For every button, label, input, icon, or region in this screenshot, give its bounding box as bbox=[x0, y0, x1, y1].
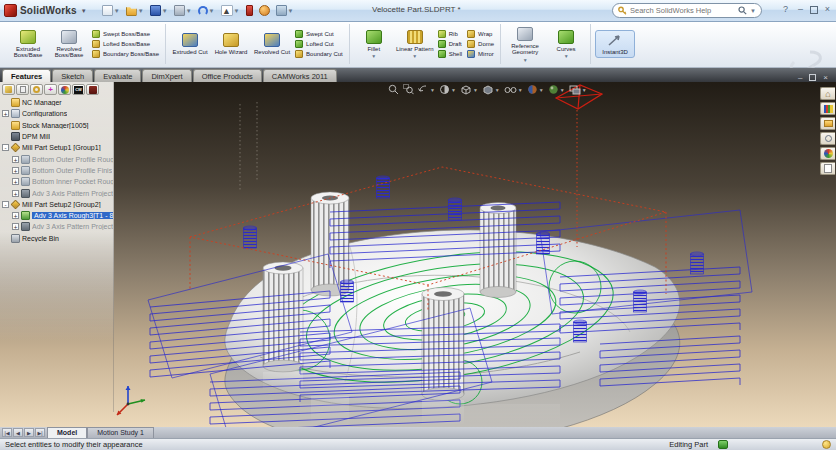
tree-item-adv-pattern-project1[interactable]: +Adv 3 Axis Pattern Project bbox=[0, 187, 113, 198]
tree-item-adv-3axis-rough3[interactable]: +Adv 3 Axis Rough3[T1 - 8 bbox=[0, 210, 113, 221]
search-tab[interactable] bbox=[820, 132, 835, 145]
extruded-boss-base-button[interactable]: Extruded Boss/Base bbox=[8, 28, 48, 61]
search-input[interactable] bbox=[630, 6, 735, 15]
tree-item-configurations[interactable]: +Configurations bbox=[0, 108, 113, 119]
open-button[interactable]: ▼ bbox=[124, 3, 146, 19]
tab-model[interactable]: Model bbox=[47, 427, 87, 438]
search-caret-icon[interactable]: ▼ bbox=[750, 8, 756, 14]
swept-cut-button[interactable]: Swept Cut bbox=[295, 30, 343, 38]
solidworks-menu[interactable]: SolidWorks ▼ bbox=[0, 4, 92, 17]
doc-minimize-button[interactable]: – bbox=[798, 73, 802, 82]
dome-button[interactable]: Dome bbox=[467, 40, 494, 48]
camworks-feature-tree-tab[interactable]: CW bbox=[72, 84, 85, 95]
boundary-boss-base-button[interactable]: Boundary Boss/Base bbox=[92, 50, 159, 58]
appearances-scenes-tab[interactable] bbox=[820, 147, 835, 160]
scroll-left-icon[interactable]: ◀ bbox=[13, 428, 23, 437]
tab-dimxpert[interactable]: DimXpert bbox=[142, 69, 191, 82]
tree-item-mill-setup1[interactable]: -Mill Part Setup1 [Group1] bbox=[0, 142, 113, 153]
camworks-status-icon[interactable] bbox=[718, 440, 728, 449]
tree-item-bottom-inner-rough[interactable]: +Bottom Inner Pocket Roug bbox=[0, 176, 113, 187]
wrap-button[interactable]: Wrap bbox=[467, 30, 494, 38]
save-button[interactable]: ▼ bbox=[148, 3, 170, 19]
display-style-button[interactable]: ▼ bbox=[482, 83, 500, 96]
revolved-cut-button[interactable]: Revolved Cut bbox=[252, 31, 292, 58]
color-ball-icon bbox=[61, 86, 69, 94]
lofted-boss-base-button[interactable]: Lofted Boss/Base bbox=[92, 40, 159, 48]
scroll-last-icon[interactable]: ▶| bbox=[35, 428, 45, 437]
draft-button[interactable]: Draft bbox=[438, 40, 462, 48]
help-button[interactable]: ? bbox=[780, 4, 791, 15]
previous-view-button[interactable]: ▼ bbox=[418, 83, 435, 96]
view-window-button[interactable]: ▼ bbox=[274, 3, 296, 19]
linear-pattern-button[interactable]: Linear Pattern▼ bbox=[395, 28, 435, 61]
shell-button[interactable]: Shell bbox=[438, 50, 462, 58]
curves-button[interactable]: Curves▼ bbox=[546, 28, 586, 61]
tab-sketch[interactable]: Sketch bbox=[52, 69, 93, 82]
undo-button[interactable]: ▼ bbox=[196, 3, 217, 19]
close-button[interactable]: × bbox=[822, 4, 833, 15]
new-document-button[interactable]: ▼ bbox=[100, 3, 122, 19]
view-settings-button[interactable]: ▼ bbox=[569, 83, 587, 96]
tree-item-nc-manager[interactable]: NC Manager bbox=[0, 97, 113, 108]
solidworks-resources-tab[interactable]: ⌂ bbox=[820, 87, 835, 100]
configuration-manager-tab[interactable] bbox=[30, 84, 43, 95]
help-search-box[interactable]: ▼ bbox=[612, 3, 762, 18]
graphics-area[interactable]: ▼ ▼ ▼ ▼ ▼ ▼ ▼ ▼ + CW NC Manager +Configu… bbox=[0, 82, 836, 427]
tree-item-bottom-outer-finish[interactable]: +Bottom Outer Profile Finis bbox=[0, 165, 113, 176]
section-view-button[interactable]: ▼ bbox=[439, 83, 456, 96]
appearance-button[interactable] bbox=[257, 3, 272, 19]
view-orientation-button[interactable]: ▼ bbox=[460, 83, 478, 96]
hide-show-items-button[interactable]: ▼ bbox=[504, 83, 523, 96]
tab-evaluate[interactable]: Evaluate bbox=[94, 69, 141, 82]
extruded-cut-button[interactable]: Extruded Cut bbox=[170, 31, 210, 58]
tab-office-products[interactable]: Office Products bbox=[193, 69, 262, 82]
hole-wizard-button[interactable]: Hole Wizard bbox=[211, 31, 251, 58]
minimize-button[interactable]: – bbox=[795, 4, 806, 15]
scroll-first-icon[interactable]: |◀ bbox=[2, 428, 12, 437]
tab-camworks-2011[interactable]: CAMWorks 2011 bbox=[263, 69, 337, 82]
print-button[interactable]: ▼ bbox=[172, 3, 194, 19]
swept-boss-base-button[interactable]: Swept Boss/Base bbox=[92, 30, 159, 38]
revolved-boss-base-button[interactable]: Revolved Boss/Base bbox=[49, 28, 89, 61]
doc-restore-button[interactable] bbox=[809, 74, 816, 81]
tree-item-stock-manager[interactable]: Stock Manager[1005] bbox=[0, 120, 113, 131]
boundary-cut-button[interactable]: Boundary Cut bbox=[295, 50, 343, 58]
fillet-button[interactable]: Fillet▼ bbox=[354, 28, 394, 61]
display-manager-tab[interactable] bbox=[58, 84, 71, 95]
quick-tips-icon[interactable] bbox=[822, 440, 831, 449]
property-manager-tab[interactable] bbox=[16, 84, 29, 95]
apply-scene-button[interactable]: ▼ bbox=[548, 83, 565, 96]
zoom-to-fit-button[interactable] bbox=[388, 83, 399, 96]
viewport-3d-model[interactable] bbox=[0, 82, 836, 427]
design-library-tab[interactable] bbox=[820, 102, 835, 115]
lofted-cut-button[interactable]: Lofted Cut bbox=[295, 40, 343, 48]
camworks-operation-tree-tab[interactable] bbox=[86, 84, 99, 95]
dimxpert-manager-tab[interactable]: + bbox=[44, 84, 57, 95]
restore-button[interactable] bbox=[810, 6, 818, 14]
tab-features[interactable]: Features bbox=[2, 69, 51, 82]
rib-button[interactable]: Rib bbox=[438, 30, 462, 38]
swept-boss-icon bbox=[92, 30, 100, 38]
scroll-right-icon[interactable]: ▶ bbox=[24, 428, 34, 437]
tree-item-adv-pattern-project2[interactable]: +Adv 3 Axis Pattern Project bbox=[0, 221, 113, 232]
cut-stack: Swept Cut Lofted Cut Boundary Cut bbox=[293, 30, 345, 58]
operation-icon bbox=[21, 166, 30, 175]
edit-appearance-button[interactable]: ▼ bbox=[527, 83, 544, 96]
tree-item-dpm-mill[interactable]: DPM Mill bbox=[0, 131, 113, 142]
tree-item-mill-setup2[interactable]: -Mill Part Setup2 [Group2] bbox=[0, 199, 113, 210]
zoom-to-area-button[interactable] bbox=[403, 83, 414, 96]
rebuild-button[interactable] bbox=[244, 3, 255, 19]
quick-access-toolbar: ▼ ▼ ▼ ▼ ▼ ▲▼ ▼ bbox=[100, 3, 296, 19]
file-explorer-tab[interactable] bbox=[820, 117, 835, 130]
custom-properties-tab[interactable] bbox=[820, 162, 835, 175]
tree-item-bottom-outer-rough[interactable]: +Bottom Outer Profile Roug bbox=[0, 153, 113, 164]
tab-motion-study-1[interactable]: Motion Study 1 bbox=[87, 427, 154, 438]
tree-item-recycle-bin[interactable]: Recycle Bin bbox=[0, 233, 113, 244]
mirror-button[interactable]: Mirror bbox=[467, 50, 494, 58]
instant3d-button[interactable]: Instant3D bbox=[595, 30, 635, 59]
feature-manager-tab[interactable] bbox=[2, 84, 15, 95]
reference-geometry-button[interactable]: Reference Geometry▼ bbox=[505, 25, 545, 64]
select-button[interactable]: ▲▼ bbox=[219, 3, 242, 19]
doc-close-button[interactable]: × bbox=[823, 73, 828, 82]
boundary-cut-icon bbox=[295, 50, 303, 58]
